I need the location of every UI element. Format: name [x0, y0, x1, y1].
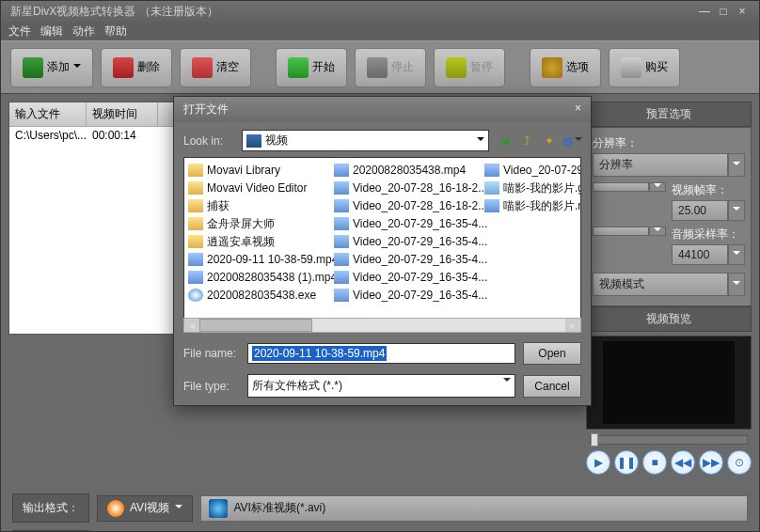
filetype-label: File type: — [183, 380, 240, 393]
resolution-label: 分辨率： — [593, 135, 745, 151]
view-icon[interactable]: ▦ — [562, 133, 581, 149]
video-icon — [334, 289, 349, 302]
play-button[interactable]: ▶ — [586, 450, 610, 475]
preview-title: 视频预览 — [586, 306, 752, 332]
output-format-select[interactable]: AVI标准视频(*.avi) — [200, 495, 748, 522]
videomode-select[interactable]: 视频模式 — [593, 273, 728, 296]
filename-input[interactable]: 2020-09-11 10-38-59.mp4 — [247, 343, 515, 364]
open-file-dialog: 打开文件 × Look in: 视频 ◀ ⤴ ✦ ▦ Movavi Librar… — [173, 96, 592, 406]
list-item[interactable]: 20200828035438.exe — [188, 287, 325, 304]
newfolder-icon[interactable]: ✦ — [540, 133, 559, 149]
stop-media-button[interactable]: ■ — [642, 450, 667, 475]
preview-thumbnail — [603, 341, 735, 424]
folder-icon — [188, 164, 203, 177]
video-icon — [334, 217, 349, 230]
horizontal-scrollbar[interactable]: ◂ ▸ — [183, 318, 581, 333]
dialog-title: 打开文件 — [183, 102, 229, 117]
resolution-select[interactable]: 分辨率 — [593, 153, 728, 177]
menu-help[interactable]: 帮助 — [104, 23, 127, 39]
dialog-close-button[interactable]: × — [575, 102, 581, 117]
start-icon — [288, 57, 309, 78]
video-icon — [188, 253, 203, 266]
list-item[interactable]: 20200828035438 (1).mp4 — [188, 269, 325, 286]
list-item[interactable]: 2020-09-11 10-38-59.mp4 — [188, 251, 325, 268]
list-item[interactable]: Video_20-07-29_16-35-4... — [334, 287, 475, 304]
list-item[interactable]: Video_20-07-29_16-35-4... — [334, 215, 475, 232]
list-item[interactable]: Video_20-07-29_16-35-4... — [334, 269, 475, 286]
file-browser[interactable]: Movavi Library Movavi Video Editor 捕获 金舟… — [183, 157, 581, 319]
delete-button[interactable]: 删除 — [101, 48, 172, 87]
format-icon — [209, 499, 228, 518]
options-button[interactable]: 选项 — [530, 48, 601, 87]
menu-action[interactable]: 动作 — [72, 23, 95, 39]
maximize-button[interactable]: □ — [716, 5, 731, 18]
chevron-down-icon[interactable] — [728, 153, 745, 177]
list-item[interactable]: Video_20-07-29_16-35-4... — [484, 162, 581, 179]
list-item[interactable]: 逍遥安卓视频 — [188, 233, 325, 250]
avi-icon — [107, 500, 124, 517]
image-icon — [484, 181, 499, 195]
video-icon — [334, 199, 349, 212]
gear-icon — [542, 57, 562, 78]
list-item[interactable]: 喵影-我的影片.gif — [484, 180, 581, 196]
exe-icon — [188, 289, 203, 302]
output-format-short[interactable]: AVI视频 — [97, 495, 193, 522]
close-button[interactable]: × — [735, 5, 750, 18]
cart-icon — [621, 57, 641, 78]
clear-button[interactable]: 清空 — [180, 48, 251, 87]
buy-button[interactable]: 购买 — [609, 48, 680, 87]
prev-button[interactable]: ◀◀ — [671, 450, 695, 475]
open-button[interactable]: Open — [523, 342, 581, 365]
lookin-combo[interactable]: 视频 — [242, 130, 489, 151]
menu-edit[interactable]: 编辑 — [40, 23, 63, 39]
seek-slider[interactable] — [590, 435, 748, 445]
pause-button[interactable]: 暂停 — [434, 48, 505, 87]
filetype-select[interactable]: 所有文件格式 (*.*) — [247, 374, 515, 398]
slider-knob[interactable] — [591, 433, 598, 446]
dropdown-icon — [73, 64, 81, 71]
delete-icon — [113, 57, 134, 78]
list-item[interactable]: 喵影-我的影片.mp4 — [484, 197, 581, 214]
snapshot-button[interactable]: ⊙ — [727, 450, 752, 475]
add-button[interactable]: 添加 — [10, 48, 93, 87]
folder-icon — [188, 235, 203, 248]
col-duration[interactable]: 视频时间 — [87, 102, 158, 126]
list-item[interactable]: 捕获 — [188, 197, 325, 214]
scrollbar-thumb[interactable] — [199, 319, 312, 332]
samplerate-select[interactable]: 44100 — [672, 244, 728, 265]
list-item[interactable]: Movavi Video Editor — [188, 180, 325, 196]
scroll-left-icon[interactable]: ◂ — [184, 319, 199, 332]
video-icon — [484, 164, 499, 177]
list-item[interactable]: Video_20-07-29_16-35-4... — [334, 233, 475, 250]
video-icon — [334, 181, 349, 195]
samplerate-label: 音频采样率： — [672, 227, 745, 243]
folder-icon — [246, 134, 261, 148]
filename-label: File name: — [183, 347, 240, 360]
fps-select[interactable]: 25.00 — [672, 200, 728, 221]
stop-button[interactable]: 停止 — [355, 48, 426, 87]
output-format-label: 输出格式： — [12, 493, 89, 523]
video-icon — [334, 235, 349, 248]
menu-file[interactable]: 文件 — [8, 23, 31, 39]
video-icon — [188, 271, 203, 284]
back-icon[interactable]: ◀ — [495, 133, 514, 149]
add-icon — [23, 57, 43, 78]
list-item[interactable]: Movavi Library — [188, 162, 325, 179]
next-button[interactable]: ▶▶ — [699, 450, 723, 475]
pause-media-button[interactable]: ❚❚ — [614, 450, 639, 475]
col-input-file[interactable]: 输入文件 — [9, 102, 87, 126]
list-item[interactable]: Video_20-07-28_16-18-2... — [334, 180, 475, 196]
minimize-button[interactable]: — — [697, 5, 712, 18]
list-item[interactable]: Video_20-07-28_16-18-2... — [334, 197, 475, 214]
up-icon[interactable]: ⤴ — [517, 133, 536, 149]
start-button[interactable]: 开始 — [276, 48, 347, 87]
video-icon — [484, 199, 499, 212]
video-icon — [334, 271, 349, 284]
cancel-button[interactable]: Cancel — [523, 375, 581, 398]
preset-title: 预置选项 — [586, 102, 752, 127]
video-preview — [586, 336, 752, 430]
scroll-right-icon[interactable]: ▸ — [565, 319, 580, 332]
list-item[interactable]: 金舟录屏大师 — [188, 215, 325, 232]
list-item[interactable]: Video_20-07-29_16-35-4... — [334, 251, 475, 268]
list-item[interactable]: 20200828035438.mp4 — [334, 162, 475, 179]
